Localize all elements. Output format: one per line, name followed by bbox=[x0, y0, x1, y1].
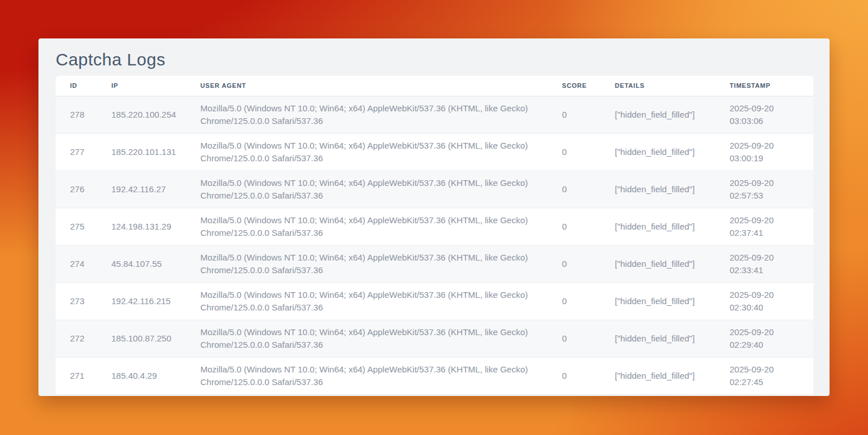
captcha-logs-card: Captcha Logs ID IP USER AGENT SCORE DETA… bbox=[38, 38, 830, 396]
logs-table-container: ID IP USER AGENT SCORE DETAILS TIMESTAMP… bbox=[56, 76, 813, 395]
cell-user-agent: Mozilla/5.0 (Windows NT 10.0; Win64; x64… bbox=[193, 357, 555, 394]
cell-timestamp: 2025-09-20 02:30:40 bbox=[723, 282, 813, 320]
cell-user-agent: Mozilla/5.0 (Windows NT 10.0; Win64; x64… bbox=[193, 208, 555, 245]
table-body: 278 185.220.100.254 Mozilla/5.0 (Windows… bbox=[56, 96, 813, 394]
cell-id: 274 bbox=[56, 245, 104, 282]
table-row: 278 185.220.100.254 Mozilla/5.0 (Windows… bbox=[56, 96, 813, 133]
cell-id: 278 bbox=[56, 96, 104, 133]
cell-id: 275 bbox=[56, 208, 104, 245]
cell-timestamp: 2025-09-20 02:37:41 bbox=[723, 208, 813, 245]
cell-score: 0 bbox=[555, 320, 608, 357]
cell-user-agent: Mozilla/5.0 (Windows NT 10.0; Win64; x64… bbox=[193, 133, 555, 170]
cell-ip: 45.84.107.55 bbox=[104, 245, 193, 282]
column-header-user-agent: USER AGENT bbox=[193, 76, 555, 96]
cell-user-agent: Mozilla/5.0 (Windows NT 10.0; Win64; x64… bbox=[193, 320, 555, 357]
logs-table: ID IP USER AGENT SCORE DETAILS TIMESTAMP… bbox=[56, 76, 813, 395]
cell-ip: 185.220.100.254 bbox=[104, 96, 193, 133]
cell-details: ["hidden_field_filled"] bbox=[608, 357, 723, 394]
cell-score: 0 bbox=[555, 208, 608, 245]
cell-score: 0 bbox=[555, 96, 608, 133]
cell-id: 276 bbox=[56, 170, 104, 208]
cell-id: 273 bbox=[56, 282, 104, 320]
cell-details: ["hidden_field_filled"] bbox=[608, 208, 723, 245]
cell-details: ["hidden_field_filled"] bbox=[608, 96, 723, 133]
cell-score: 0 bbox=[555, 170, 608, 208]
table-row: 275 124.198.131.29 Mozilla/5.0 (Windows … bbox=[56, 208, 813, 245]
column-header-score: SCORE bbox=[555, 76, 608, 96]
column-header-id: ID bbox=[56, 76, 104, 96]
cell-user-agent: Mozilla/5.0 (Windows NT 10.0; Win64; x64… bbox=[193, 170, 555, 208]
cell-timestamp: 2025-09-20 03:00:19 bbox=[723, 133, 813, 170]
cell-user-agent: Mozilla/5.0 (Windows NT 10.0; Win64; x64… bbox=[193, 245, 555, 282]
cell-timestamp: 2025-09-20 03:03:06 bbox=[723, 96, 813, 133]
table-header: ID IP USER AGENT SCORE DETAILS TIMESTAMP bbox=[56, 76, 813, 96]
cell-user-agent: Mozilla/5.0 (Windows NT 10.0; Win64; x64… bbox=[193, 282, 555, 320]
cell-details: ["hidden_field_filled"] bbox=[608, 245, 723, 282]
table-row: 272 185.100.87.250 Mozilla/5.0 (Windows … bbox=[56, 320, 813, 357]
cell-score: 0 bbox=[555, 245, 608, 282]
table-row: 273 192.42.116.215 Mozilla/5.0 (Windows … bbox=[56, 282, 813, 320]
cell-ip: 185.220.101.131 bbox=[104, 133, 193, 170]
table-row: 274 45.84.107.55 Mozilla/5.0 (Windows NT… bbox=[56, 245, 813, 282]
cell-ip: 185.40.4.29 bbox=[104, 357, 193, 394]
cell-timestamp: 2025-09-20 02:27:45 bbox=[723, 357, 813, 394]
cell-details: ["hidden_field_filled"] bbox=[608, 133, 723, 170]
cell-details: ["hidden_field_filled"] bbox=[608, 320, 723, 357]
cell-ip: 185.100.87.250 bbox=[104, 320, 193, 357]
table-row: 276 192.42.116.27 Mozilla/5.0 (Windows N… bbox=[56, 170, 813, 208]
column-header-ip: IP bbox=[104, 76, 193, 96]
cell-ip: 192.42.116.215 bbox=[104, 282, 193, 320]
cell-id: 271 bbox=[56, 357, 104, 394]
cell-ip: 192.42.116.27 bbox=[104, 170, 193, 208]
page-title: Captcha Logs bbox=[56, 49, 812, 71]
page-background: { "page_title": "Captcha Logs", "table":… bbox=[0, 0, 868, 435]
column-header-details: DETAILS bbox=[608, 76, 723, 96]
cell-id: 277 bbox=[56, 133, 104, 170]
cell-details: ["hidden_field_filled"] bbox=[608, 282, 723, 320]
cell-id: 272 bbox=[56, 320, 104, 357]
column-header-timestamp: TIMESTAMP bbox=[723, 76, 813, 96]
cell-timestamp: 2025-09-20 02:57:53 bbox=[723, 170, 813, 208]
table-row: 271 185.40.4.29 Mozilla/5.0 (Windows NT … bbox=[56, 357, 813, 394]
cell-score: 0 bbox=[555, 282, 608, 320]
cell-score: 0 bbox=[555, 133, 608, 170]
table-header-row: ID IP USER AGENT SCORE DETAILS TIMESTAMP bbox=[56, 76, 813, 96]
cell-details: ["hidden_field_filled"] bbox=[608, 170, 723, 208]
cell-timestamp: 2025-09-20 02:29:40 bbox=[723, 320, 813, 357]
cell-timestamp: 2025-09-20 02:33:41 bbox=[723, 245, 813, 282]
cell-score: 0 bbox=[555, 357, 608, 394]
table-row: 277 185.220.101.131 Mozilla/5.0 (Windows… bbox=[56, 133, 813, 170]
cell-user-agent: Mozilla/5.0 (Windows NT 10.0; Win64; x64… bbox=[193, 96, 555, 133]
cell-ip: 124.198.131.29 bbox=[104, 208, 193, 245]
